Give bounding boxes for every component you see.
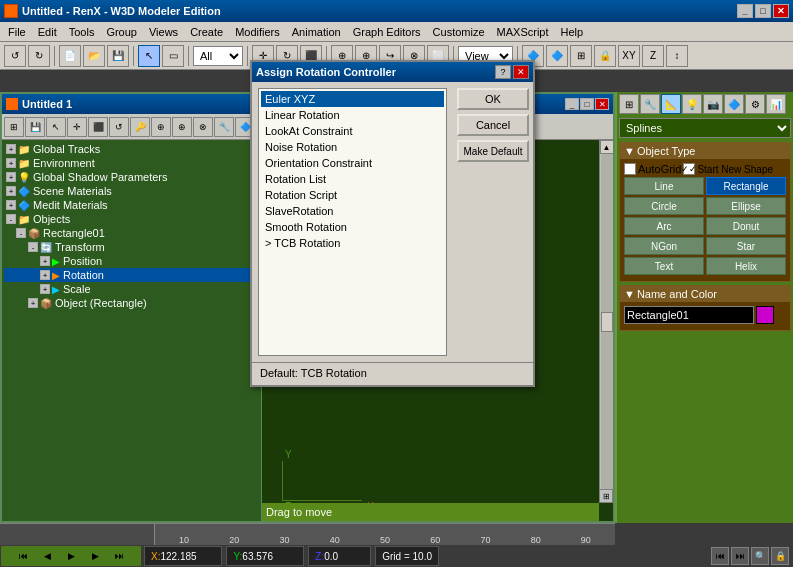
controller-list[interactable]: Euler XYZ Linear Rotation LookAt Constra… bbox=[258, 88, 447, 356]
dialog-button-group: OK Cancel Make Default bbox=[453, 82, 533, 362]
dialog-body: Euler XYZ Linear Rotation LookAt Constra… bbox=[252, 82, 533, 362]
dialog-footer: Default: TCB Rotation bbox=[252, 362, 533, 385]
list-item-lookat-constraint[interactable]: LookAt Constraint bbox=[261, 123, 444, 139]
list-item-noise-rotation[interactable]: Noise Rotation bbox=[261, 139, 444, 155]
dialog-close-button[interactable]: ✕ bbox=[513, 65, 529, 79]
assign-rotation-dialog: Assign Rotation Controller ? ✕ Euler XYZ… bbox=[250, 60, 535, 387]
list-item-orientation-constraint[interactable]: Orientation Constraint bbox=[261, 155, 444, 171]
make-default-button[interactable]: Make Default bbox=[457, 140, 529, 162]
dialog-default-text: Default: TCB Rotation bbox=[260, 367, 367, 379]
list-item-tcb-rotation[interactable]: > TCB Rotation bbox=[261, 235, 444, 251]
list-item-linear-rotation[interactable]: Linear Rotation bbox=[261, 107, 444, 123]
list-item-rotation-script[interactable]: Rotation Script bbox=[261, 187, 444, 203]
dialog-overlay: Assign Rotation Controller ? ✕ Euler XYZ… bbox=[0, 0, 793, 567]
dialog-title: Assign Rotation Controller bbox=[256, 66, 396, 78]
dialog-title-icons: ? ✕ bbox=[495, 65, 529, 79]
list-item-slave-rotation[interactable]: SlaveRotation bbox=[261, 203, 444, 219]
cancel-button[interactable]: Cancel bbox=[457, 114, 529, 136]
dialog-title-bar: Assign Rotation Controller ? ✕ bbox=[252, 62, 533, 82]
list-item-euler-xyz[interactable]: Euler XYZ bbox=[261, 91, 444, 107]
dialog-help-button[interactable]: ? bbox=[495, 65, 511, 79]
list-item-rotation-list[interactable]: Rotation List bbox=[261, 171, 444, 187]
list-item-smooth-rotation[interactable]: Smooth Rotation bbox=[261, 219, 444, 235]
ok-button[interactable]: OK bbox=[457, 88, 529, 110]
